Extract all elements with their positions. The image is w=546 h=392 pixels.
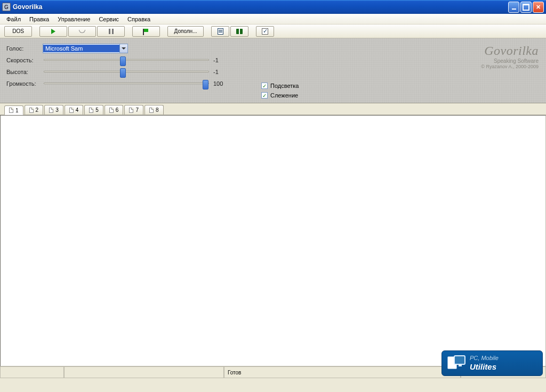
menu-file[interactable]: Файл: [2, 15, 25, 23]
tab-label: 7: [135, 107, 139, 113]
tab-4[interactable]: 4: [65, 105, 84, 115]
speed-value: -1: [213, 57, 228, 63]
document-icon: [218, 28, 223, 35]
tab-strip: 12345678: [0, 103, 546, 115]
volume-slider[interactable]: [44, 80, 209, 87]
book-icon: [236, 29, 243, 34]
follow-checkbox[interactable]: ✓: [261, 92, 268, 99]
tab-label: 4: [76, 107, 79, 113]
document-button[interactable]: [211, 26, 229, 37]
dos-button[interactable]: DOS: [4, 26, 32, 37]
flag-button[interactable]: [132, 26, 160, 37]
brand-title: Govorilka: [481, 44, 539, 58]
dropdown-icon[interactable]: [119, 44, 127, 53]
status-ready: Готов: [224, 367, 461, 378]
page-icon: [9, 108, 13, 113]
titlebar: G Govorilka: [0, 0, 546, 14]
minimize-button[interactable]: [508, 2, 519, 13]
menu-edit[interactable]: Правка: [25, 15, 53, 23]
highlight-checkbox[interactable]: ✓: [261, 83, 268, 89]
slider-track: [44, 71, 209, 72]
tab-label: 5: [95, 107, 99, 113]
menu-control[interactable]: Управление: [53, 15, 94, 23]
menubar: Файл Правка Управление Сервис Справка: [0, 14, 546, 24]
utilities-badge: PC, Mobile Utilites: [441, 350, 543, 376]
page-icon: [149, 108, 154, 113]
text-area[interactable]: [0, 115, 546, 366]
badge-line1: PC, Mobile: [470, 355, 499, 362]
page-icon: [69, 108, 74, 113]
pitch-value: -1: [213, 69, 228, 75]
tab-7[interactable]: 7: [124, 105, 143, 115]
badge-icon: [447, 355, 465, 371]
tab-8[interactable]: 8: [144, 105, 164, 115]
rewind-button[interactable]: [68, 26, 96, 37]
voice-label: Голос:: [6, 45, 43, 52]
checkbox-icon: [262, 28, 268, 35]
speed-label: Скорость:: [6, 57, 43, 63]
toolbar: DOS Дополн...: [0, 24, 546, 38]
tab-label: 2: [36, 107, 39, 113]
play-button[interactable]: [39, 26, 67, 37]
tab-6[interactable]: 6: [105, 105, 124, 115]
flag-icon: [143, 29, 149, 34]
status-cell-1: [0, 367, 64, 378]
voice-select[interactable]: Microsoft Sam: [43, 44, 128, 53]
pause-icon: [109, 29, 114, 34]
tab-label: 6: [116, 107, 119, 113]
window-controls: [508, 2, 544, 13]
speed-slider[interactable]: [44, 56, 209, 64]
page-icon: [129, 108, 133, 113]
checkbox-area: ✓ Подсветка ✓ Слежение: [261, 81, 299, 100]
tab-2[interactable]: 2: [25, 105, 44, 115]
control-panel: Голос: Microsoft Sam Скорость: -1 Высота…: [0, 38, 546, 103]
menu-service[interactable]: Сервис: [94, 15, 123, 23]
page-icon: [89, 108, 93, 113]
menu-help[interactable]: Справка: [123, 15, 155, 23]
tab-label: 3: [55, 107, 59, 113]
volume-label: Громкость:: [6, 80, 43, 87]
badge-line2: Utilites: [470, 362, 499, 372]
volume-value: 100: [213, 80, 228, 87]
arc-icon: [79, 30, 85, 33]
slider-thumb[interactable]: [120, 68, 126, 78]
window-title: Govorilka: [13, 3, 508, 11]
slider-thumb[interactable]: [120, 56, 126, 66]
brand-block: Govorilka Speaking Software © Ryazanov A…: [481, 44, 539, 69]
page-icon: [109, 108, 114, 113]
slider-track: [44, 59, 209, 61]
tab-label: 8: [156, 107, 159, 113]
voice-value: Microsoft Sam: [43, 45, 119, 52]
page-icon: [49, 108, 53, 113]
tab-3[interactable]: 3: [44, 105, 63, 115]
slider-thumb[interactable]: [203, 80, 208, 89]
slider-track: [44, 83, 209, 84]
pitch-label: Высота:: [6, 69, 43, 75]
page-icon: [29, 108, 34, 113]
highlight-label: Подсветка: [270, 83, 299, 89]
tab-1[interactable]: 1: [4, 105, 23, 115]
status-cell-2: [64, 367, 224, 378]
tab-label: 1: [15, 108, 19, 113]
pitch-slider[interactable]: [44, 68, 209, 76]
app-icon: G: [2, 3, 11, 11]
tab-5[interactable]: 5: [84, 105, 103, 115]
brand-subtitle: Speaking Software: [481, 58, 539, 64]
book-button[interactable]: [230, 26, 248, 37]
brand-copyright: © Ryazanov A., 2000-2009: [481, 64, 539, 69]
maximize-button[interactable]: [520, 2, 532, 13]
addon-button[interactable]: Дополн...: [167, 26, 204, 37]
follow-label: Слежение: [270, 92, 298, 99]
close-button[interactable]: [533, 2, 544, 13]
play-icon: [51, 29, 55, 34]
pause-button[interactable]: [97, 26, 125, 37]
options-button[interactable]: [256, 26, 274, 37]
